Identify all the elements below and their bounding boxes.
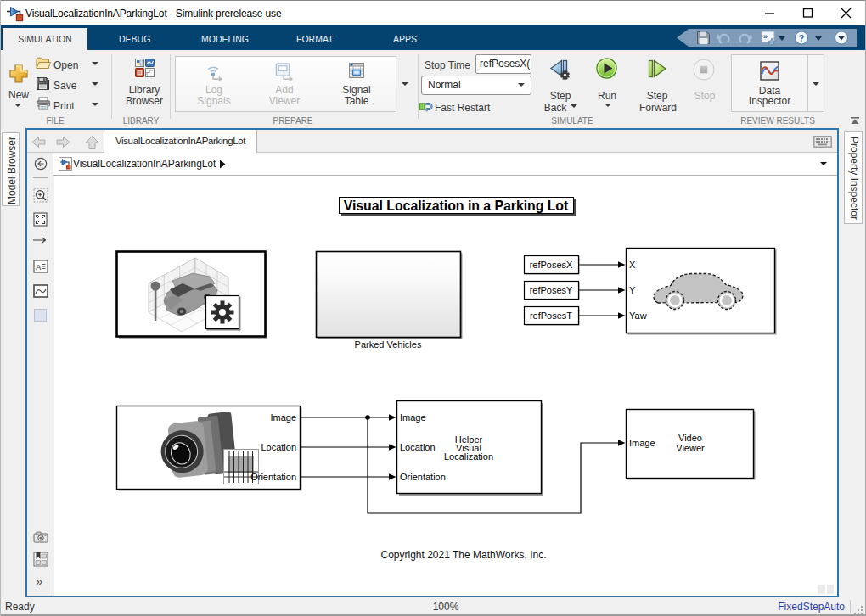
svg-text:Image: Image xyxy=(270,412,296,423)
svg-text:refPosesT: refPosesT xyxy=(530,311,572,321)
svg-text:Localization: Localization xyxy=(444,451,493,462)
svg-text:Location: Location xyxy=(261,442,296,452)
svg-text:?: ? xyxy=(799,33,805,43)
svg-text:Image: Image xyxy=(629,438,655,448)
svg-text:Location: Location xyxy=(400,442,436,452)
svg-text:Image: Image xyxy=(400,412,426,423)
svg-text:Orientation: Orientation xyxy=(250,472,296,482)
svg-text:A: A xyxy=(36,262,42,272)
svg-text:Viewer: Viewer xyxy=(676,443,705,453)
svg-text:refPosesX: refPosesX xyxy=(530,260,573,270)
svg-text:Copyright 2021 The MathWorks,: Copyright 2021 The MathWorks, Inc. xyxy=(381,549,547,561)
svg-text:Orientation: Orientation xyxy=(400,472,446,482)
svg-text:Parked Vehicles: Parked Vehicles xyxy=(355,339,422,350)
svg-text:Y: Y xyxy=(629,285,636,295)
svg-text:X: X xyxy=(629,260,636,270)
svg-text:»: » xyxy=(763,32,768,41)
svg-text:Yaw: Yaw xyxy=(629,311,647,321)
svg-text:Visual Localization in a Parki: Visual Localization in a Parking Lot xyxy=(344,199,569,213)
svg-text:refPosesY: refPosesY xyxy=(530,285,573,295)
svg-text:Video: Video xyxy=(678,433,702,443)
